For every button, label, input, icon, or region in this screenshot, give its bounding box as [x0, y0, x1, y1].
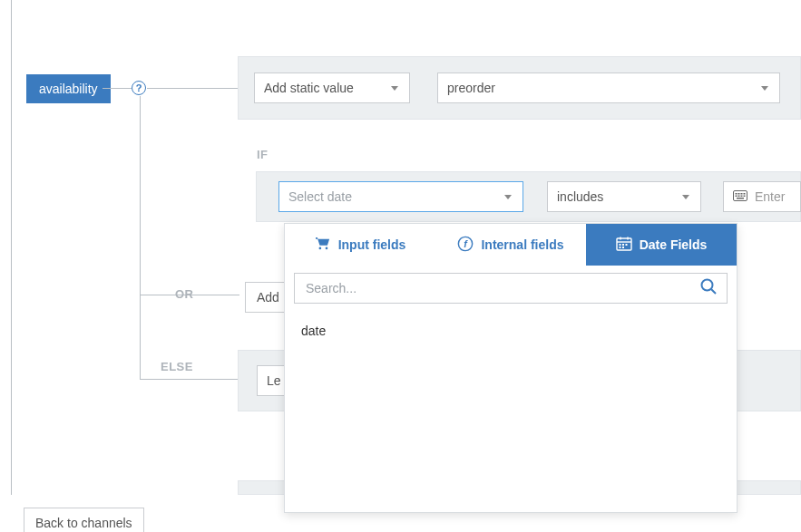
svg-rect-2	[738, 193, 740, 195]
svg-rect-6	[738, 196, 740, 198]
svg-point-21	[702, 280, 713, 291]
value-label: preorder	[447, 81, 495, 95]
help-icon[interactable]: ?	[132, 81, 146, 95]
caret-down-icon	[682, 195, 689, 199]
or-label: OR	[175, 287, 194, 301]
tab-internal-fields-label: Internal fields	[481, 237, 563, 252]
svg-rect-20	[622, 247, 624, 248]
svg-rect-16	[619, 244, 620, 246]
add-button-label: Add	[257, 290, 279, 305]
svg-rect-19	[619, 247, 620, 248]
field-list: date	[285, 307, 737, 354]
function-icon: f	[457, 236, 474, 255]
tab-date-fields-label: Date Fields	[640, 237, 708, 252]
caret-down-icon	[504, 195, 512, 199]
select-date-dropdown[interactable]: Select date	[278, 181, 523, 212]
svg-rect-8	[744, 196, 746, 198]
operator-label: includes	[557, 189, 603, 204]
operator-dropdown[interactable]: includes	[547, 181, 701, 212]
enter-value-input[interactable]: Enter	[723, 181, 801, 212]
connector-v1	[140, 96, 141, 379]
tab-date-fields[interactable]: Date Fields	[586, 224, 737, 266]
svg-rect-5	[736, 196, 738, 198]
svg-rect-18	[625, 244, 627, 246]
field-item-date[interactable]: date	[301, 320, 720, 342]
svg-line-22	[711, 289, 716, 294]
field-tag-label: availability	[39, 82, 98, 96]
calendar-icon	[616, 237, 632, 254]
add-static-value-label: Add static value	[264, 81, 354, 95]
page-left-rule	[11, 0, 12, 495]
tab-input-fields[interactable]: Input fields	[285, 224, 435, 266]
svg-rect-17	[622, 244, 624, 246]
field-picker-tabs: Input fields f Internal fields Date Fiel…	[285, 224, 737, 266]
connector-h1	[103, 88, 132, 89]
caret-down-icon	[761, 86, 768, 91]
tab-internal-fields[interactable]: f Internal fields	[435, 224, 586, 266]
search-icon[interactable]	[699, 277, 718, 299]
back-to-channels-label: Back to channels	[35, 516, 132, 530]
svg-rect-3	[741, 193, 743, 195]
enter-value-placeholder: Enter	[755, 189, 785, 204]
caret-down-icon	[391, 86, 398, 91]
else-value-label: Le	[267, 373, 281, 388]
add-static-value-dropdown[interactable]: Add static value	[254, 73, 410, 103]
field-picker-popup: Input fields f Internal fields Date Fiel…	[284, 223, 738, 513]
field-search-input[interactable]	[304, 280, 699, 296]
connector-h2	[147, 88, 238, 89]
select-date-label: Select date	[288, 189, 352, 204]
cart-icon	[315, 237, 331, 254]
svg-rect-4	[744, 193, 746, 195]
svg-rect-9	[737, 198, 744, 199]
svg-rect-1	[736, 193, 738, 195]
svg-text:f: f	[464, 237, 469, 248]
back-to-channels-button[interactable]: Back to channels	[24, 508, 144, 532]
else-label: ELSE	[161, 360, 193, 373]
svg-rect-7	[741, 196, 743, 198]
connector-else	[140, 379, 239, 380]
tab-input-fields-label: Input fields	[338, 237, 406, 252]
keyboard-icon	[733, 189, 747, 204]
if-label: IF	[257, 148, 269, 161]
field-tag[interactable]: availability	[26, 74, 111, 103]
value-dropdown[interactable]: preorder	[437, 73, 780, 103]
field-search-box	[294, 273, 728, 304]
